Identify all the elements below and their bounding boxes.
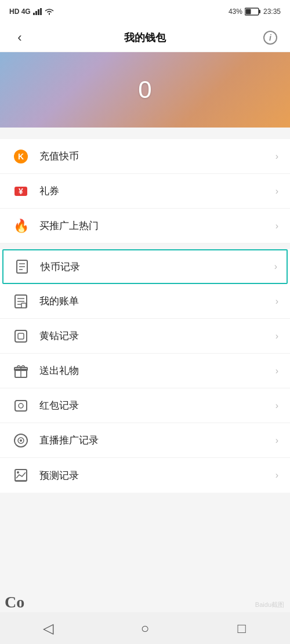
signal-icon xyxy=(33,8,42,15)
svg-rect-21 xyxy=(15,330,27,342)
svg-rect-2 xyxy=(38,9,39,15)
wallet-banner: 0 xyxy=(0,52,290,128)
menu-item-send-gift[interactable]: 送出礼物› xyxy=(0,354,290,388)
svg-rect-20 xyxy=(21,303,26,308)
info-button[interactable]: i xyxy=(260,27,281,48)
my-bill-label: 我的账单 xyxy=(39,294,276,308)
nav-recent-button[interactable]: □ xyxy=(224,617,259,640)
menu-item-predict-record[interactable]: 预测记录› xyxy=(0,458,290,493)
recharge-arrow: › xyxy=(276,151,278,162)
send-gift-label: 送出礼物 xyxy=(39,364,276,377)
red-packet-icon xyxy=(12,396,30,415)
yellow-diamond-label: 黄钻记录 xyxy=(39,329,276,343)
wallet-balance: 0 xyxy=(138,76,151,104)
hd-label: HD 4G xyxy=(9,8,31,16)
page-title: 我的钱包 xyxy=(124,31,166,45)
svg-rect-6 xyxy=(245,9,251,14)
coupon-arrow: › xyxy=(276,186,278,197)
svg-point-32 xyxy=(17,471,19,474)
promote-arrow: › xyxy=(276,221,278,231)
recharge-icon: K xyxy=(12,147,30,166)
battery-icon xyxy=(245,8,261,16)
menu-item-yellow-diamond[interactable]: 黄钻记录› xyxy=(0,319,290,354)
live-promote-label: 直播推广记录 xyxy=(39,434,276,447)
back-button[interactable]: ‹ xyxy=(9,30,30,45)
promote-icon: 🔥 xyxy=(12,217,30,235)
bottom-nav: ◁ ○ □ xyxy=(0,612,290,644)
send-gift-icon xyxy=(12,362,30,380)
live-promote-icon xyxy=(12,431,30,450)
menu-item-kuaibi-record[interactable]: 快币记录› xyxy=(2,249,288,284)
time-display: 23:35 xyxy=(263,8,281,16)
predict-record-label: 预测记录 xyxy=(39,469,276,482)
coupon-icon: ¥ xyxy=(12,182,30,201)
svg-rect-3 xyxy=(40,8,42,15)
kuaibi-record-label: 快币记录 xyxy=(41,260,274,274)
predict-record-arrow: › xyxy=(276,470,278,481)
branding-watermark: Baidu截图 xyxy=(255,601,284,609)
my-bill-icon xyxy=(12,292,30,311)
menu-item-my-bill[interactable]: 我的账单› xyxy=(0,284,290,319)
svg-rect-5 xyxy=(259,10,260,13)
menu-item-coupon[interactable]: ¥礼券› xyxy=(0,174,290,209)
status-bar: HD 4G 43% 23:35 xyxy=(0,0,290,23)
promote-label: 买推广上热门 xyxy=(39,219,276,232)
wifi-icon xyxy=(45,8,54,15)
info-icon[interactable]: i xyxy=(263,31,277,45)
nav-home-button[interactable]: ○ xyxy=(128,617,162,640)
menu-item-live-promote[interactable]: 直播推广记录› xyxy=(0,423,290,458)
red-packet-label: 红包记录 xyxy=(39,399,276,412)
my-bill-arrow: › xyxy=(276,296,278,307)
svg-rect-26 xyxy=(15,401,27,411)
svg-rect-1 xyxy=(35,11,37,15)
svg-point-30 xyxy=(20,439,22,442)
menu-item-recharge[interactable]: K充值快币› xyxy=(0,139,290,174)
yellow-diamond-icon xyxy=(12,327,30,345)
header: ‹ 我的钱包 i xyxy=(0,23,290,52)
send-gift-arrow: › xyxy=(276,366,278,376)
yellow-diamond-arrow: › xyxy=(276,331,278,341)
status-right: 43% 23:35 xyxy=(229,8,281,16)
svg-point-27 xyxy=(19,403,23,408)
svg-rect-22 xyxy=(18,333,24,339)
menu-item-red-packet[interactable]: 红包记录› xyxy=(0,388,290,423)
svg-text:¥: ¥ xyxy=(19,187,23,196)
kuaibi-record-arrow: › xyxy=(274,261,277,272)
menu-section: K充值快币›¥礼券›🔥买推广上热门›快币记录›我的账单›黄钻记录›送出礼物›红包… xyxy=(0,139,290,493)
status-left: HD 4G xyxy=(9,8,54,16)
kuaibi-record-icon xyxy=(13,257,31,276)
menu-item-promote[interactable]: 🔥买推广上热门› xyxy=(0,209,290,243)
nav-back-button[interactable]: ◁ xyxy=(31,617,66,640)
separator-3 xyxy=(0,128,290,133)
co-watermark: Co xyxy=(5,593,24,612)
predict-record-icon xyxy=(12,466,30,485)
battery-percent: 43% xyxy=(229,8,242,16)
red-packet-arrow: › xyxy=(276,401,278,411)
section-separator xyxy=(0,243,290,249)
svg-text:🔥: 🔥 xyxy=(13,219,28,234)
svg-text:K: K xyxy=(18,152,24,161)
recharge-label: 充值快币 xyxy=(39,150,276,163)
live-promote-arrow: › xyxy=(276,435,278,446)
svg-rect-0 xyxy=(33,13,35,15)
coupon-label: 礼券 xyxy=(39,184,276,198)
